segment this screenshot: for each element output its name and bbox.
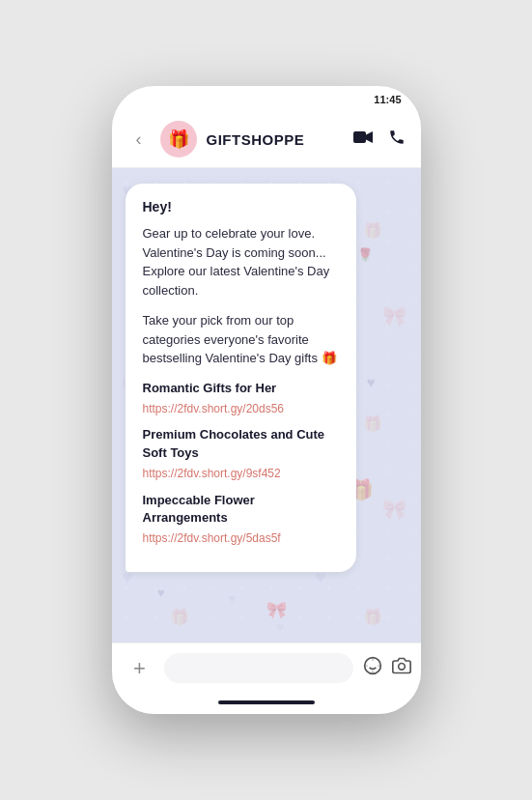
add-attachment-button[interactable]: + [126,654,154,683]
svg-text:♥: ♥ [156,586,164,600]
home-bar [218,700,315,704]
phone-frame: 11:45 ‹ 🎁 GIFTSHOPPE [112,86,421,714]
svg-rect-0 [353,131,366,143]
link-title-3: Impeccable Flower Arrangements [143,492,339,527]
home-indicator [112,695,421,714]
camera-icon[interactable] [392,656,411,680]
phone-call-icon[interactable] [388,129,406,151]
plus-icon: + [133,656,146,681]
link-url-2[interactable]: https://2fdv.short.gy/9sf452 [143,467,281,480]
link-section-3: Impeccable Flower Arrangements https://2… [143,492,339,547]
chat-area: ♥ 🎁 ♥ 🌹 🎀 ♥ ♥ 🎁 🌹 ♥ ♥ 🎀 ♥ 🎁 🌹 ♥ ♥ 🎀 Hey!… [112,168,421,643]
header-icons [353,129,406,151]
brand-name: GIFTSHOPPE [207,131,344,148]
link-title-1: Romantic Gifts for Her [143,380,339,397]
link-section-1: Romantic Gifts for Her https://2fdv.shor… [143,380,339,417]
link-url-3[interactable]: https://2fdv.short.gy/5das5f [143,531,281,545]
svg-text:🎀: 🎀 [266,600,288,620]
video-call-icon[interactable] [353,129,375,150]
paragraph2: Take your pick from our top categories e… [143,311,339,368]
status-bar: 11:45 [112,86,421,113]
sticker-icon[interactable] [363,656,382,680]
avatar: 🎁 [160,121,197,157]
paragraph1: Gear up to celebrate your love. Valentin… [143,224,339,300]
message-input[interactable] [164,653,353,683]
header: ‹ 🎁 GIFTSHOPPE [112,113,421,168]
message-bubble: Hey! Gear up to celebrate your love. Val… [126,184,356,572]
back-icon: ‹ [136,129,142,150]
avatar-emoji: 🎁 [168,129,189,150]
input-action-icons [363,656,421,680]
link-section-2: Premium Chocolates and Cute Soft Toys ht… [143,426,339,481]
link-url-1[interactable]: https://2fdv.short.gy/20ds56 [143,402,285,415]
link-title-2: Premium Chocolates and Cute Soft Toys [143,426,339,461]
status-time: 11:45 [374,94,401,105]
message-container: Hey! Gear up to celebrate your love. Val… [126,184,407,572]
input-bar: + [112,643,421,695]
greeting: Hey! [143,199,339,214]
back-button[interactable]: ‹ [127,128,151,151]
svg-point-20 [398,664,405,671]
